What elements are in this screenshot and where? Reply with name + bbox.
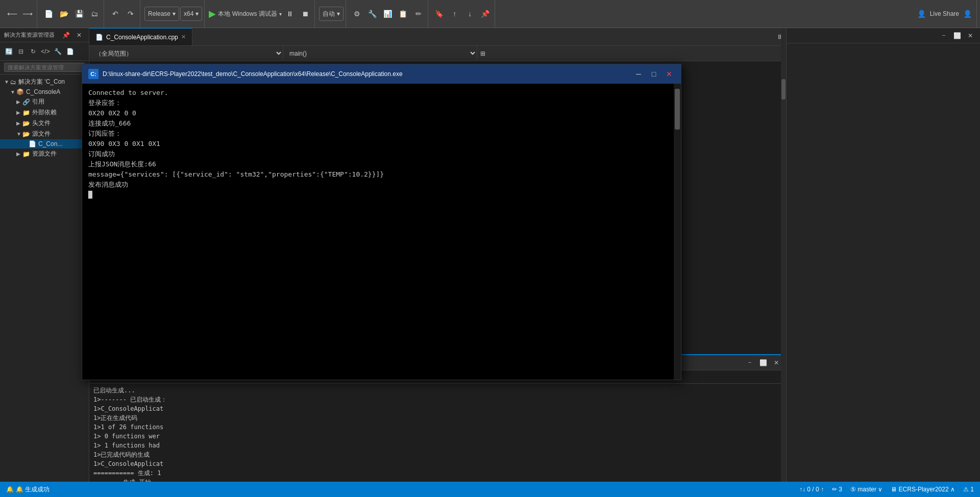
console-line-1: Connected to server. — [88, 88, 675, 98]
console-body: Connected to server. 登录应答： 0X20 0X2 0 0 … — [82, 84, 681, 380]
bookmark-btn-1[interactable]: 🔖 — [432, 7, 447, 21]
arrow-refs: ▶ — [16, 99, 22, 105]
error-count[interactable]: ✏ 3 — [832, 486, 842, 493]
stop-btn[interactable]: ⏹ — [298, 7, 312, 21]
console-line-4: 连接成功_666 — [88, 118, 675, 129]
console-line-3: 0X20 0X2 0 0 — [88, 108, 675, 118]
function-select[interactable]: main() — [283, 46, 477, 61]
arch-dropdown[interactable]: x64 ▾ — [180, 7, 202, 21]
file-group: 📄 📂 💾 🗂 — [39, 0, 104, 28]
status-bar: 🔔 🔔 生成成功 ↑↓ 0 / 0 ↑ ✏ 3 ⑤ master ∨ 🖥 ECR… — [0, 482, 980, 497]
console-restore-btn[interactable]: □ — [648, 68, 659, 80]
run-label: 本地 Windows 调试器 — [218, 10, 277, 18]
output-minimize-btn[interactable]: － — [744, 357, 755, 368]
console-minimize-btn[interactable]: ─ — [633, 68, 644, 80]
tab-label: C_ConsoleApplication.cpp — [106, 34, 178, 41]
tools-btn-1[interactable]: ⚙ — [350, 7, 364, 21]
output-line-1: 已启动生成... — [93, 386, 782, 395]
console-title-text: D:\linux-share-dir\ECRS-Player2022\test_… — [103, 70, 403, 78]
run-group: ▶ 本地 Windows 调试器 ▾ ⏸ ⏹ — [207, 0, 314, 28]
release-arrow: ▾ — [173, 10, 176, 17]
bookmark-btn-3[interactable]: ↓ — [463, 7, 477, 21]
tab-cpp-file[interactable]: 📄 C_ConsoleApplication.cpp ✕ — [89, 28, 192, 45]
output-float-btn[interactable]: ⬜ — [757, 357, 769, 368]
settings-btn[interactable]: 🔧 — [52, 46, 63, 57]
sync-btn[interactable]: 🔄 — [3, 46, 14, 57]
status-right: ↑↓ 0 / 0 ↑ ✏ 3 ⑤ master ∨ 🖥 ECRS-Player2… — [799, 486, 974, 493]
tree-item-sources[interactable]: ▼ 📂 源文件 — [0, 129, 89, 139]
build-group: Release ▾ x64 ▾ — [142, 0, 205, 28]
output-line-11: ======= 生成 开始 — [93, 478, 782, 482]
forward-btn[interactable]: ⟶ — [20, 7, 35, 21]
tools-btn-4[interactable]: 📋 — [396, 7, 410, 21]
cpp-label: C_Con... — [38, 140, 62, 147]
scope-select[interactable]: （全局范围） — [89, 46, 283, 61]
tools-btn-5[interactable]: ✏ — [411, 7, 426, 21]
tree-item-headers[interactable]: ▶ 📂 头文件 — [0, 118, 89, 129]
build-status: 🔔 🔔 生成成功 — [6, 485, 50, 494]
tree-item-resources[interactable]: ▶ 📁 资源文件 — [0, 148, 89, 159]
refresh-btn[interactable]: ↻ — [28, 46, 39, 57]
right-close-btn[interactable]: ✕ — [965, 30, 976, 41]
console-close-btn[interactable]: ✕ — [664, 68, 675, 80]
save-all-btn[interactable]: 🗂 — [87, 7, 102, 21]
add-btn[interactable]: ⊞ — [477, 48, 488, 59]
console-scrollbar[interactable] — [674, 84, 681, 380]
redo-btn[interactable]: ↷ — [124, 7, 138, 21]
cursor-position[interactable]: ↑↓ 0 / 0 ↑ — [799, 486, 824, 493]
tools-btn-2[interactable]: 🔧 — [365, 7, 380, 21]
nav-bar: （全局范围） main() ⊞ — [89, 46, 786, 61]
sidebar-search — [0, 61, 89, 74]
branch-info[interactable]: ⑤ master ∨ — [850, 486, 883, 493]
output-close-btn[interactable]: ✕ — [771, 357, 782, 368]
auto-label: 自动 — [323, 10, 335, 18]
tree-item-refs[interactable]: ▶ 🔗 引用 — [0, 96, 89, 107]
undo-btn[interactable]: ↶ — [108, 7, 122, 21]
liveshare-label: Live Share — [930, 10, 959, 17]
sidebar-pin-btn[interactable]: 📌 — [60, 30, 71, 41]
sidebar-close-btn[interactable]: ✕ — [74, 30, 85, 41]
collapse-btn[interactable]: ⊟ — [15, 46, 27, 57]
right-minimize-btn[interactable]: － — [938, 30, 949, 41]
user-btn[interactable]: 👤 — [960, 7, 974, 21]
console-line-7: 订阅成功 — [88, 149, 675, 159]
right-scrollbar[interactable] — [781, 28, 786, 482]
arrow-sources: ▼ — [16, 131, 22, 137]
run-btn[interactable]: ▶ 本地 Windows 调试器 ▾ — [209, 8, 281, 19]
solution-icon: 🗂 — [10, 79, 16, 86]
tree-project[interactable]: ▼ 📦 C_ConsoleA — [0, 87, 89, 96]
arrow-ext: ▶ — [16, 110, 22, 115]
auto-arrow: ▾ — [337, 10, 340, 17]
code-view-btn[interactable]: </> — [40, 46, 51, 57]
tree-solution[interactable]: ▼ 🗂 解决方案 'C_Con — [0, 77, 89, 87]
right-float-btn[interactable]: ⬜ — [951, 30, 963, 41]
new-file-btn[interactable]: 📄 — [41, 7, 56, 21]
output-content[interactable]: 已启动生成... 1>------- 已启动生成： 1>C_ConsoleApp… — [89, 384, 786, 482]
sidebar-search-input[interactable] — [4, 63, 85, 72]
bookmark-btn-4[interactable]: 📌 — [478, 7, 493, 21]
tree-item-cpp[interactable]: 📄 C_Con... — [0, 139, 89, 148]
tabs-bar: 📄 C_ConsoleApplication.cpp ✕ ⊞ — [89, 28, 786, 46]
console-scrollbar-thumb — [675, 89, 680, 130]
back-btn[interactable]: ⟵ — [5, 7, 19, 21]
tree-item-ext[interactable]: ▶ 📁 外部依赖 — [0, 107, 89, 118]
tab-icon: 📄 — [95, 34, 103, 41]
share-icon[interactable]: 👤 — [915, 7, 929, 21]
tools-btn-3[interactable]: 📊 — [381, 7, 395, 21]
bookmark-btn-2[interactable]: ↑ — [448, 7, 462, 21]
misc-btn[interactable]: 📄 — [64, 46, 76, 57]
run-icon: ▶ — [209, 8, 216, 19]
save-btn[interactable]: 💾 — [72, 7, 86, 21]
open-btn[interactable]: 📂 — [57, 7, 71, 21]
debug-group: 自动 ▾ — [317, 0, 346, 28]
tab-close-btn[interactable]: ✕ — [181, 34, 186, 40]
release-label: Release — [148, 10, 170, 17]
warning-info[interactable]: ⚠ 1 — [963, 486, 974, 493]
auto-dropdown[interactable]: 自动 ▾ — [319, 7, 344, 21]
ext-label: 外部依赖 — [32, 108, 57, 117]
right-panel: － ⬜ ✕ — [786, 28, 980, 482]
run-pause-btn[interactable]: ⏸ — [283, 7, 297, 21]
release-dropdown[interactable]: Release ▾ — [144, 7, 179, 21]
repo-info[interactable]: 🖥 ECRS-Player2022 ∧ — [891, 486, 955, 493]
project-label: C_ConsoleA — [26, 88, 60, 95]
